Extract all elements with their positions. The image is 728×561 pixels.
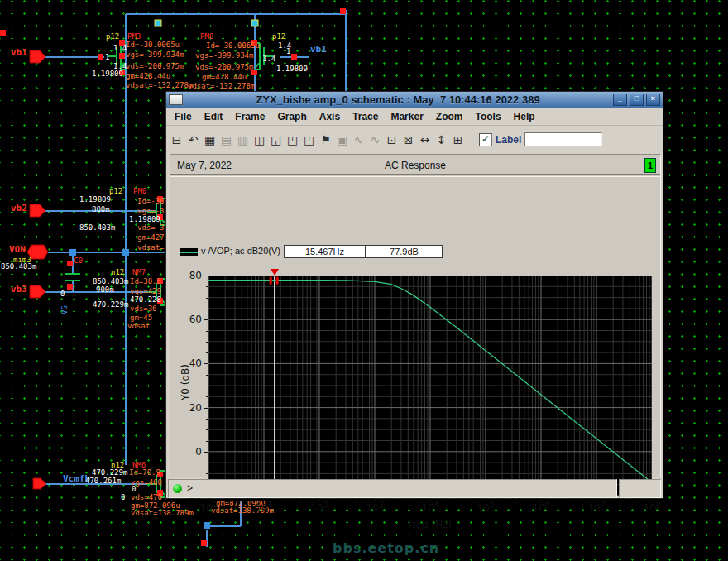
y-minor-tick bbox=[206, 396, 208, 397]
x-tick-label: 103 bbox=[366, 501, 383, 514]
schematic-label: 1.19809 bbox=[129, 216, 160, 223]
schematic-label: vdsat=-132.278m bbox=[126, 82, 193, 89]
junction-square bbox=[69, 249, 76, 256]
status-led-icon bbox=[173, 484, 182, 493]
watermark: bbs.eetop.cn bbox=[333, 540, 439, 556]
label-checkbox[interactable]: ✓ bbox=[479, 133, 492, 146]
schematic-label: vdsat=-132.278m bbox=[188, 83, 255, 90]
new-subwindow-icon[interactable]: ◱ bbox=[269, 132, 283, 147]
command-prompt[interactable]: > bbox=[187, 482, 193, 494]
schematic-label: 0 bbox=[121, 494, 125, 501]
vb2-pin[interactable] bbox=[30, 204, 46, 217]
schematic-label: 1 bbox=[105, 54, 109, 61]
menu-frame[interactable]: Frame bbox=[235, 111, 265, 122]
marker-handle[interactable] bbox=[271, 269, 279, 276]
waveform-window: ZYX_bishe amp_0 schematic : May 7 10:44:… bbox=[165, 91, 663, 499]
capacitor-c0[interactable] bbox=[65, 274, 80, 280]
page-badge[interactable]: 1 bbox=[644, 158, 656, 173]
schematic-label: PM8 bbox=[200, 33, 213, 41]
y-minor-tick bbox=[206, 441, 208, 442]
schematic-label: Id=70.9 bbox=[129, 469, 160, 477]
y-tick-label: 80 bbox=[172, 270, 202, 281]
y-axis-tick bbox=[204, 408, 208, 409]
schematic-label: 470.261m bbox=[85, 477, 121, 485]
schematic-label: vdsat= bbox=[137, 244, 165, 252]
y-minor-tick bbox=[206, 419, 208, 420]
schematic-label: 850.403m bbox=[79, 224, 115, 232]
title-bar[interactable]: ZYX_bishe amp_0 schematic : May 7 10:44:… bbox=[166, 92, 663, 108]
x-tick-label: 107 bbox=[587, 501, 605, 514]
menu-axis[interactable]: Axis bbox=[319, 111, 340, 122]
calculator-icon[interactable]: ⊡ bbox=[385, 132, 399, 147]
contact-square bbox=[67, 284, 73, 290]
marker-frequency-field[interactable]: 15.467Hz bbox=[284, 245, 366, 258]
x-axis-title: freq (Hz) bbox=[208, 519, 652, 530]
annotate-icon[interactable]: ⚑ bbox=[318, 132, 333, 147]
overlay-icon[interactable]: ◳ bbox=[302, 132, 316, 147]
x-tick-label: 105 bbox=[477, 501, 494, 514]
legend-series-label[interactable]: v /VOP; ac dB20(V) bbox=[201, 246, 280, 256]
polar-plot-icon: ∿ bbox=[368, 132, 382, 147]
y-minor-tick bbox=[206, 386, 208, 386]
fit-all-icon[interactable]: ⊞ bbox=[451, 132, 465, 147]
plot-area[interactable] bbox=[208, 276, 652, 496]
schematic-label: n12 bbox=[111, 269, 124, 276]
undo-icon[interactable]: ↶ bbox=[186, 132, 200, 147]
schematic-label: vdsat=138.789m bbox=[131, 510, 194, 517]
subwindow-icon[interactable]: ◫ bbox=[252, 132, 266, 147]
schematic-label: Id=-30.0065u bbox=[126, 41, 180, 49]
schematic-label: vds=-200.975m bbox=[126, 63, 184, 70]
menu-zoom[interactable]: Zoom bbox=[436, 111, 463, 122]
schematic-label: 1.4 bbox=[262, 55, 275, 63]
close-button[interactable]: × bbox=[646, 94, 660, 106]
menu-marker[interactable]: Marker bbox=[390, 111, 423, 122]
marker-value-field[interactable]: 77.9dB bbox=[366, 245, 443, 258]
schematic-label: 0 bbox=[132, 486, 136, 493]
y-tick-label: 60 bbox=[172, 314, 202, 325]
menu-tools[interactable]: Tools bbox=[475, 111, 500, 122]
schematic-label: vdsat bbox=[127, 323, 150, 330]
schematic-label: 800m bbox=[92, 206, 110, 213]
minimize-button[interactable]: _ bbox=[613, 94, 627, 106]
y-minor-tick bbox=[206, 309, 208, 309]
combine-graphs-icon[interactable]: ◰ bbox=[285, 132, 299, 147]
fit-height-icon[interactable]: ↕ bbox=[434, 132, 448, 147]
grid-icon[interactable]: ▦ bbox=[203, 132, 217, 147]
x-tick-label: 106 bbox=[532, 501, 549, 514]
schematic-label: gm=428.44u bbox=[202, 74, 247, 81]
fit-width-icon[interactable]: ↔ bbox=[418, 132, 432, 147]
window-title: ZYX_bishe amp_0 schematic : May 7 10:44:… bbox=[183, 94, 613, 106]
copy-window-icon: ▥ bbox=[236, 132, 250, 147]
marker-dash bbox=[276, 277, 279, 285]
print-icon[interactable]: ⊟ bbox=[170, 132, 184, 147]
label-input[interactable] bbox=[524, 132, 602, 146]
schematic-label: PM0 bbox=[133, 188, 146, 195]
vb3-pin[interactable] bbox=[30, 285, 46, 298]
schematic-label: 1 bbox=[286, 48, 290, 55]
schematic-label: vb1 bbox=[310, 45, 327, 54]
schematic-label: p12 bbox=[106, 33, 119, 41]
contact-square bbox=[119, 53, 125, 59]
x-tick-label: 108 bbox=[643, 501, 660, 514]
schematic-label: vds=470 bbox=[131, 494, 162, 501]
schematic-label: p12 bbox=[272, 33, 285, 41]
y-axis-title: Y0 (dB) bbox=[180, 353, 191, 411]
graph-panel: AC Response May 7, 2022 1 v /VOP; ac dB2… bbox=[170, 154, 661, 477]
zoom-fit-icon[interactable]: ⊠ bbox=[401, 132, 415, 147]
schematic-label: vb3 bbox=[11, 285, 27, 294]
label-checkbox-label: Label bbox=[496, 134, 521, 146]
contact-square bbox=[291, 54, 297, 60]
menu-trace[interactable]: Trace bbox=[352, 111, 378, 122]
schematic-label: C0 bbox=[74, 257, 83, 265]
menu-edit[interactable]: Edit bbox=[204, 111, 223, 122]
menu-file[interactable]: File bbox=[175, 111, 192, 122]
maximize-button[interactable]: □ bbox=[630, 94, 644, 106]
header-divider bbox=[170, 174, 660, 177]
vb1-pin[interactable] bbox=[30, 50, 46, 63]
vcmfb-pin[interactable] bbox=[33, 478, 46, 489]
menu-help[interactable]: Help bbox=[514, 111, 535, 122]
menu-graph[interactable]: Graph bbox=[277, 111, 306, 122]
legend-swatch[interactable] bbox=[180, 248, 198, 256]
y-minor-tick bbox=[206, 342, 208, 343]
y-minor-tick bbox=[206, 463, 208, 463]
